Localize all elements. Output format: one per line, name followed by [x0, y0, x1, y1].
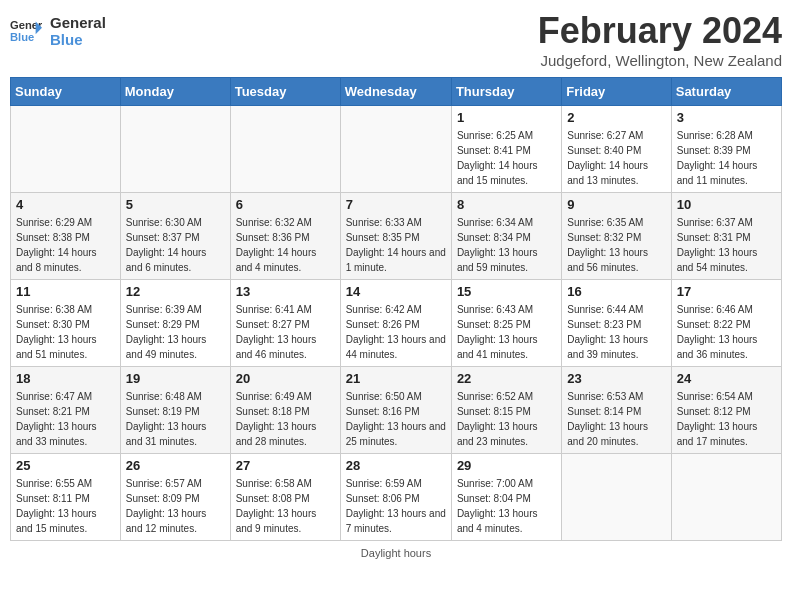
day-number: 27 — [236, 458, 335, 473]
day-info: Sunrise: 6:43 AM Sunset: 8:25 PM Dayligh… — [457, 302, 556, 362]
header-cell-saturday: Saturday — [671, 78, 781, 106]
day-number: 1 — [457, 110, 556, 125]
header: General Blue General Blue February 2024 … — [10, 10, 782, 69]
day-info: Sunrise: 6:34 AM Sunset: 8:34 PM Dayligh… — [457, 215, 556, 275]
calendar-cell: 23Sunrise: 6:53 AM Sunset: 8:14 PM Dayli… — [562, 367, 671, 454]
calendar-cell: 13Sunrise: 6:41 AM Sunset: 8:27 PM Dayli… — [230, 280, 340, 367]
day-info: Sunrise: 6:57 AM Sunset: 8:09 PM Dayligh… — [126, 476, 225, 536]
day-number: 5 — [126, 197, 225, 212]
calendar-cell — [230, 106, 340, 193]
calendar-cell: 17Sunrise: 6:46 AM Sunset: 8:22 PM Dayli… — [671, 280, 781, 367]
day-number: 21 — [346, 371, 446, 386]
day-info: Sunrise: 6:30 AM Sunset: 8:37 PM Dayligh… — [126, 215, 225, 275]
day-number: 29 — [457, 458, 556, 473]
logo-blue: Blue — [50, 31, 106, 48]
calendar-cell: 24Sunrise: 6:54 AM Sunset: 8:12 PM Dayli… — [671, 367, 781, 454]
day-number: 13 — [236, 284, 335, 299]
day-number: 4 — [16, 197, 115, 212]
calendar-week-0: 1Sunrise: 6:25 AM Sunset: 8:41 PM Daylig… — [11, 106, 782, 193]
calendar-cell: 22Sunrise: 6:52 AM Sunset: 8:15 PM Dayli… — [451, 367, 561, 454]
calendar-cell: 16Sunrise: 6:44 AM Sunset: 8:23 PM Dayli… — [562, 280, 671, 367]
day-info: Sunrise: 6:44 AM Sunset: 8:23 PM Dayligh… — [567, 302, 665, 362]
day-number: 19 — [126, 371, 225, 386]
day-info: Sunrise: 6:28 AM Sunset: 8:39 PM Dayligh… — [677, 128, 776, 188]
day-info: Sunrise: 6:33 AM Sunset: 8:35 PM Dayligh… — [346, 215, 446, 275]
calendar-cell — [562, 454, 671, 541]
footer: Daylight hours — [10, 547, 782, 559]
calendar-cell: 8Sunrise: 6:34 AM Sunset: 8:34 PM Daylig… — [451, 193, 561, 280]
calendar-cell: 20Sunrise: 6:49 AM Sunset: 8:18 PM Dayli… — [230, 367, 340, 454]
day-info: Sunrise: 6:25 AM Sunset: 8:41 PM Dayligh… — [457, 128, 556, 188]
day-number: 3 — [677, 110, 776, 125]
day-number: 15 — [457, 284, 556, 299]
header-cell-monday: Monday — [120, 78, 230, 106]
day-number: 12 — [126, 284, 225, 299]
day-number: 10 — [677, 197, 776, 212]
svg-text:Blue: Blue — [10, 31, 34, 43]
day-number: 14 — [346, 284, 446, 299]
day-info: Sunrise: 6:53 AM Sunset: 8:14 PM Dayligh… — [567, 389, 665, 449]
day-info: Sunrise: 6:37 AM Sunset: 8:31 PM Dayligh… — [677, 215, 776, 275]
logo: General Blue General Blue — [10, 14, 106, 48]
header-cell-thursday: Thursday — [451, 78, 561, 106]
calendar-cell: 19Sunrise: 6:48 AM Sunset: 8:19 PM Dayli… — [120, 367, 230, 454]
calendar-cell: 7Sunrise: 6:33 AM Sunset: 8:35 PM Daylig… — [340, 193, 451, 280]
day-number: 23 — [567, 371, 665, 386]
calendar-cell — [11, 106, 121, 193]
day-number: 9 — [567, 197, 665, 212]
day-info: Sunrise: 7:00 AM Sunset: 8:04 PM Dayligh… — [457, 476, 556, 536]
day-info: Sunrise: 6:50 AM Sunset: 8:16 PM Dayligh… — [346, 389, 446, 449]
header-cell-wednesday: Wednesday — [340, 78, 451, 106]
calendar-cell — [671, 454, 781, 541]
day-info: Sunrise: 6:39 AM Sunset: 8:29 PM Dayligh… — [126, 302, 225, 362]
day-info: Sunrise: 6:38 AM Sunset: 8:30 PM Dayligh… — [16, 302, 115, 362]
calendar-cell — [120, 106, 230, 193]
day-info: Sunrise: 6:46 AM Sunset: 8:22 PM Dayligh… — [677, 302, 776, 362]
day-number: 22 — [457, 371, 556, 386]
day-info: Sunrise: 6:59 AM Sunset: 8:06 PM Dayligh… — [346, 476, 446, 536]
calendar-cell: 18Sunrise: 6:47 AM Sunset: 8:21 PM Dayli… — [11, 367, 121, 454]
calendar-cell: 11Sunrise: 6:38 AM Sunset: 8:30 PM Dayli… — [11, 280, 121, 367]
day-number: 20 — [236, 371, 335, 386]
day-number: 7 — [346, 197, 446, 212]
calendar-cell: 27Sunrise: 6:58 AM Sunset: 8:08 PM Dayli… — [230, 454, 340, 541]
calendar-week-1: 4Sunrise: 6:29 AM Sunset: 8:38 PM Daylig… — [11, 193, 782, 280]
calendar-cell: 5Sunrise: 6:30 AM Sunset: 8:37 PM Daylig… — [120, 193, 230, 280]
calendar-table: SundayMondayTuesdayWednesdayThursdayFrid… — [10, 77, 782, 541]
calendar-cell: 1Sunrise: 6:25 AM Sunset: 8:41 PM Daylig… — [451, 106, 561, 193]
day-number: 8 — [457, 197, 556, 212]
day-info: Sunrise: 6:48 AM Sunset: 8:19 PM Dayligh… — [126, 389, 225, 449]
day-number: 18 — [16, 371, 115, 386]
calendar-cell: 29Sunrise: 7:00 AM Sunset: 8:04 PM Dayli… — [451, 454, 561, 541]
calendar-body: 1Sunrise: 6:25 AM Sunset: 8:41 PM Daylig… — [11, 106, 782, 541]
calendar-cell — [340, 106, 451, 193]
header-cell-sunday: Sunday — [11, 78, 121, 106]
day-number: 17 — [677, 284, 776, 299]
calendar-cell: 2Sunrise: 6:27 AM Sunset: 8:40 PM Daylig… — [562, 106, 671, 193]
header-cell-tuesday: Tuesday — [230, 78, 340, 106]
daylight-label: Daylight hours — [361, 547, 431, 559]
calendar-cell: 6Sunrise: 6:32 AM Sunset: 8:36 PM Daylig… — [230, 193, 340, 280]
calendar-subtitle: Judgeford, Wellington, New Zealand — [538, 52, 782, 69]
day-info: Sunrise: 6:58 AM Sunset: 8:08 PM Dayligh… — [236, 476, 335, 536]
calendar-week-3: 18Sunrise: 6:47 AM Sunset: 8:21 PM Dayli… — [11, 367, 782, 454]
calendar-week-2: 11Sunrise: 6:38 AM Sunset: 8:30 PM Dayli… — [11, 280, 782, 367]
day-number: 28 — [346, 458, 446, 473]
day-info: Sunrise: 6:35 AM Sunset: 8:32 PM Dayligh… — [567, 215, 665, 275]
day-info: Sunrise: 6:29 AM Sunset: 8:38 PM Dayligh… — [16, 215, 115, 275]
logo-general: General — [50, 14, 106, 31]
day-info: Sunrise: 6:27 AM Sunset: 8:40 PM Dayligh… — [567, 128, 665, 188]
day-info: Sunrise: 6:41 AM Sunset: 8:27 PM Dayligh… — [236, 302, 335, 362]
day-number: 24 — [677, 371, 776, 386]
day-number: 6 — [236, 197, 335, 212]
calendar-title: February 2024 — [538, 10, 782, 52]
calendar-cell: 3Sunrise: 6:28 AM Sunset: 8:39 PM Daylig… — [671, 106, 781, 193]
day-info: Sunrise: 6:49 AM Sunset: 8:18 PM Dayligh… — [236, 389, 335, 449]
calendar-week-4: 25Sunrise: 6:55 AM Sunset: 8:11 PM Dayli… — [11, 454, 782, 541]
day-info: Sunrise: 6:32 AM Sunset: 8:36 PM Dayligh… — [236, 215, 335, 275]
calendar-cell: 9Sunrise: 6:35 AM Sunset: 8:32 PM Daylig… — [562, 193, 671, 280]
day-info: Sunrise: 6:52 AM Sunset: 8:15 PM Dayligh… — [457, 389, 556, 449]
calendar-cell: 4Sunrise: 6:29 AM Sunset: 8:38 PM Daylig… — [11, 193, 121, 280]
day-number: 26 — [126, 458, 225, 473]
calendar-cell: 26Sunrise: 6:57 AM Sunset: 8:09 PM Dayli… — [120, 454, 230, 541]
